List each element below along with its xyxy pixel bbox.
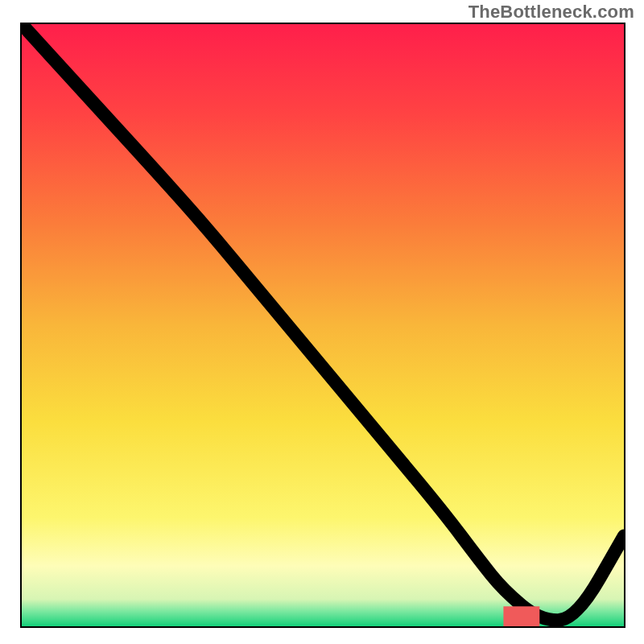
plot-svg	[22, 24, 624, 626]
plot-border	[20, 23, 625, 628]
watermark-text: TheBottleneck.com	[469, 2, 634, 23]
chart-stage: TheBottleneck.com	[0, 0, 644, 644]
